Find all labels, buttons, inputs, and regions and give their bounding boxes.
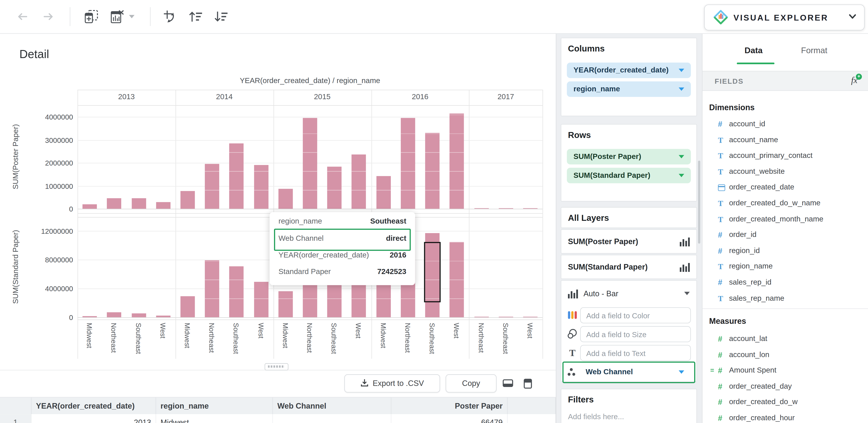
chevron-down-icon[interactable]	[849, 14, 857, 19]
field-item-order_created_hour[interactable]: #order_created_hour	[703, 410, 868, 423]
table-header-cell[interactable]	[0, 397, 32, 415]
field-item-order_created_day[interactable]: #order_created_day	[703, 379, 868, 394]
swap-axes-icon[interactable]	[163, 9, 177, 24]
bar-mark-2015-Midwest[interactable]	[278, 291, 293, 317]
bar-mark-2015-West[interactable]	[352, 155, 366, 209]
bar-mark-2015-Southeast[interactable]	[327, 166, 342, 209]
bar-mark-2016-West[interactable]	[450, 241, 464, 317]
remove-chart-caret-icon[interactable]	[129, 15, 134, 19]
table-header-cell[interactable]	[508, 397, 556, 415]
bar-mark-2014-Northeast[interactable]	[205, 164, 219, 209]
bar-mark-2016-West[interactable]	[450, 113, 464, 209]
detail-well[interactable]: Web Channel	[580, 364, 691, 380]
bar-mark-2017-Southeast[interactable]	[499, 316, 513, 317]
bar-mark-2016-Northeast[interactable]	[401, 118, 415, 209]
bar-mark-2017-Southeast[interactable]	[499, 208, 513, 209]
text-well[interactable]: Add a field to Text	[580, 345, 691, 361]
field-item-order_id[interactable]: #order_id	[703, 227, 868, 243]
bar-mark-2014-West[interactable]	[254, 165, 268, 209]
field-item-account_primary_contact[interactable]: Taccount_primary_contact	[703, 148, 868, 164]
bar-mark-2016-Southeast[interactable]	[425, 133, 440, 209]
number-field-icon: #	[718, 231, 726, 239]
bar-mark-2015-Northeast[interactable]	[303, 118, 317, 209]
field-item-account_name[interactable]: Taccount_name	[703, 132, 868, 148]
export-csv-button[interactable]: Export to .CSV	[344, 374, 440, 392]
field-item-Amount_Spent[interactable]: =#Amount Spent	[703, 363, 868, 379]
pill-caret-icon[interactable]	[679, 88, 684, 91]
table-header-cell[interactable]: Poster Paper	[391, 397, 507, 415]
add-chart-icon[interactable]	[84, 9, 99, 24]
bar-mark-2013-West[interactable]	[156, 316, 170, 317]
pill-caret-icon[interactable]	[679, 174, 684, 177]
bar-mark-2014-Midwest[interactable]	[180, 191, 195, 209]
tab-data[interactable]: Data	[745, 45, 763, 55]
bar-mark-2017-West[interactable]	[523, 316, 537, 317]
columns-pill-region[interactable]: region_name	[567, 82, 691, 97]
layer-row-standard[interactable]: SUM(Standard Paper)	[561, 255, 697, 279]
remove-chart-icon[interactable]	[110, 9, 124, 24]
tab-format[interactable]: Format	[801, 45, 827, 55]
bar-mark-2017-Northeast[interactable]	[474, 208, 489, 209]
field-item-region_name[interactable]: Tregion_name	[703, 259, 868, 275]
pill-caret-icon[interactable]	[679, 155, 684, 159]
pill-caret-icon[interactable]	[679, 370, 684, 374]
copy-button[interactable]: Copy	[445, 374, 496, 392]
field-item-order_created_date[interactable]: order_created_date	[703, 180, 868, 196]
rows-pill-poster[interactable]: SUM(Poster Paper)	[567, 149, 691, 164]
bar-mark-2013-Southeast[interactable]	[131, 313, 146, 317]
field-item-order_created_do_w[interactable]: #order_created_do_w	[703, 394, 868, 410]
bar-mark-2013-Northeast[interactable]	[107, 312, 121, 317]
bar-mark-2014-Southeast[interactable]	[229, 266, 244, 317]
table-row[interactable]: 12013Midwest66479	[0, 414, 556, 423]
scrollbar-thumb[interactable]	[698, 161, 700, 244]
bar-mark-2014-Northeast[interactable]	[205, 260, 219, 317]
sort-descending-icon[interactable]	[214, 9, 228, 24]
bar-mark-2016-Midwest[interactable]	[376, 176, 391, 209]
bar-mark-2014-West[interactable]	[254, 282, 268, 317]
bar-mark-2017-Northeast[interactable]	[474, 316, 489, 317]
field-label: order_created_do_w	[729, 398, 798, 406]
mark-type-select[interactable]: Auto - Bar	[561, 285, 696, 301]
resize-grip-handle[interactable]	[265, 363, 288, 370]
bar-mark-2013-Midwest[interactable]	[83, 316, 97, 317]
rows-pill-standard[interactable]: SUM(Standard Paper)	[567, 168, 691, 183]
bar-mark-2013-Northeast[interactable]	[107, 198, 121, 209]
field-item-sales_rep_id[interactable]: #sales_rep_id	[703, 275, 868, 291]
table-header-cell[interactable]: Web Channel	[273, 397, 392, 415]
field-item-sales_rep_name[interactable]: Tsales_rep_name	[703, 291, 868, 306]
expand-panel-icon[interactable]	[524, 379, 533, 389]
field-item-region_id[interactable]: #region_id	[703, 243, 868, 259]
field-label: order_id	[729, 230, 756, 239]
bar-mark-2013-West[interactable]	[156, 202, 170, 209]
table-header-cell[interactable]: region_name	[156, 397, 273, 415]
field-item-account_website[interactable]: Taccount_website	[703, 164, 868, 180]
filters-placeholder[interactable]: Add fields here...	[568, 413, 624, 421]
size-well[interactable]: Add a field to Size	[580, 326, 691, 342]
field-item-order_created_month_name[interactable]: Torder_created_month_name	[703, 211, 868, 227]
axis-baseline	[78, 317, 542, 318]
add-calculated-field-icon[interactable]: fx+	[851, 75, 858, 85]
bar-mark-2013-Southeast[interactable]	[131, 198, 146, 209]
sort-ascending-icon[interactable]	[188, 9, 203, 24]
layer-row-poster[interactable]: SUM(Poster Paper)	[561, 229, 697, 254]
pill-caret-icon[interactable]	[679, 69, 684, 72]
bar-mark-2014-Midwest[interactable]	[180, 296, 195, 317]
bar-mark-2017-West[interactable]	[523, 208, 537, 209]
back-arrow-icon[interactable]	[16, 9, 30, 24]
bar-mark-2015-Midwest[interactable]	[278, 189, 293, 209]
marks-card: Auto - Bar Add a field to Color Add a fi…	[561, 280, 697, 382]
table-header-cell[interactable]: YEAR(order_created_date)	[32, 397, 156, 415]
bar-mark-2013-Midwest[interactable]	[83, 204, 97, 209]
field-item-account_id[interactable]: #account_id	[703, 116, 868, 132]
field-item-order_created_do_w_name[interactable]: Torder_created_do_w_name	[703, 195, 868, 211]
columns-pill-year[interactable]: YEAR(order_created_date)	[567, 63, 691, 78]
selected-bar-outline[interactable]	[424, 241, 441, 302]
bar-mark-2014-Southeast[interactable]	[229, 143, 244, 209]
color-well[interactable]: Add a field to Color	[580, 307, 691, 323]
select-caret-icon[interactable]	[684, 292, 690, 295]
collapse-panel-icon[interactable]	[503, 379, 514, 388]
field-item-account_lat[interactable]: #account_lat	[703, 331, 868, 347]
field-item-account_lon[interactable]: #account_lon	[703, 347, 868, 363]
visual-explorer-menu-button[interactable]: VISUAL EXPLORER	[704, 4, 865, 31]
forward-arrow-icon[interactable]	[41, 9, 55, 24]
